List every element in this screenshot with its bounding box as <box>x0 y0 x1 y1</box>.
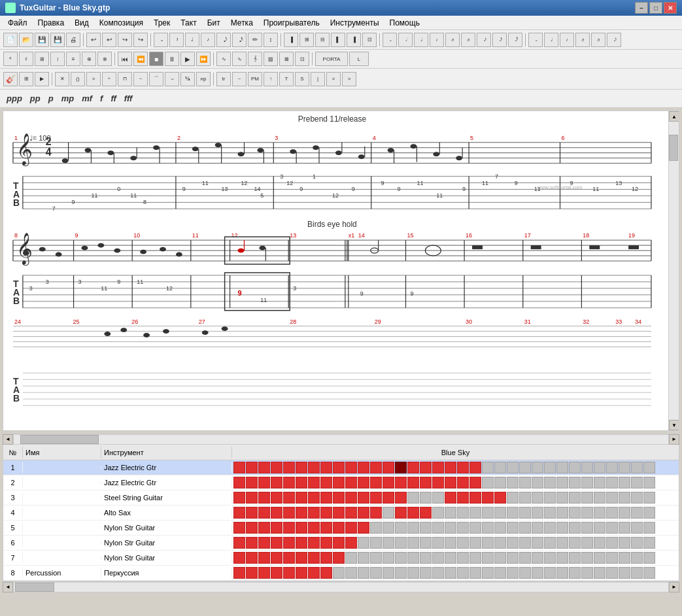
track-cell[interactable] <box>258 477 270 488</box>
track-cell[interactable] <box>333 462 345 473</box>
track-cell[interactable] <box>544 492 556 504</box>
track-cell[interactable] <box>432 552 444 564</box>
track-cell[interactable] <box>631 567 643 579</box>
bt7-button[interactable]: | <box>311 72 325 86</box>
track-cell[interactable] <box>544 537 556 549</box>
track-cell[interactable] <box>308 552 320 564</box>
track-cell[interactable] <box>643 507 655 519</box>
scroll-left-button[interactable]: ◄ <box>3 434 13 445</box>
track-cell[interactable] <box>296 552 307 564</box>
track-cell[interactable] <box>594 522 605 534</box>
pause-button[interactable]: ⏸ <box>165 52 179 66</box>
track-cell[interactable] <box>246 507 258 519</box>
track-cell[interactable] <box>333 492 345 504</box>
track-cell[interactable] <box>569 477 581 488</box>
track-cell[interactable] <box>383 477 394 488</box>
track-cell[interactable] <box>420 477 432 488</box>
track-cell[interactable] <box>420 462 432 473</box>
track-cell[interactable] <box>271 552 282 564</box>
track-cell[interactable] <box>494 537 506 549</box>
track-cell[interactable] <box>233 462 245 473</box>
track-cell[interactable] <box>556 462 568 473</box>
track-cell[interactable] <box>383 537 394 549</box>
track-cell[interactable] <box>320 567 332 579</box>
track-cell[interactable] <box>283 462 295 473</box>
track-cell[interactable] <box>581 522 593 534</box>
menu-file[interactable]: Файл <box>3 17 33 29</box>
track-cell[interactable] <box>544 567 556 579</box>
track-cell[interactable] <box>507 567 519 579</box>
track-cell[interactable] <box>643 522 655 534</box>
track-cell[interactable] <box>258 567 270 579</box>
ts6-button[interactable]: ⊕ <box>82 52 96 66</box>
track-cell[interactable] <box>482 522 494 534</box>
track-cell[interactable] <box>432 537 444 549</box>
track-cell[interactable] <box>420 522 432 534</box>
goto-start-button[interactable]: ⏮ <box>118 52 132 66</box>
track-cell[interactable] <box>581 537 593 549</box>
nt3-button[interactable]: > <box>86 72 101 86</box>
track-cell[interactable] <box>345 507 357 519</box>
track-cell[interactable] <box>482 552 494 564</box>
track-cell[interactable] <box>482 507 494 519</box>
track-cell[interactable] <box>643 462 655 473</box>
track-cell[interactable] <box>457 507 469 519</box>
eff4-button[interactable]: ▨ <box>264 52 278 66</box>
bt1-button[interactable]: tr <box>216 72 231 86</box>
track-cell[interactable] <box>246 477 258 488</box>
save-as-button[interactable]: 💾 <box>50 33 65 47</box>
prev-button[interactable]: ⏪ <box>133 52 148 66</box>
track-cell[interactable] <box>296 567 307 579</box>
track-cell[interactable] <box>383 522 394 534</box>
track-cell[interactable] <box>482 462 494 473</box>
track-cell[interactable] <box>507 552 519 564</box>
track-cell[interactable] <box>519 552 531 564</box>
nt4-button[interactable]: ^ <box>102 72 116 86</box>
menu-marker[interactable]: Метка <box>226 17 258 29</box>
track-cell[interactable] <box>469 492 481 504</box>
track-cell[interactable] <box>345 537 357 549</box>
track-cell[interactable] <box>432 522 444 534</box>
track-cell[interactable] <box>507 522 519 534</box>
track-cell[interactable] <box>581 552 593 564</box>
track-cell[interactable] <box>619 507 630 519</box>
track-cell[interactable] <box>395 537 407 549</box>
track-cell[interactable] <box>333 537 345 549</box>
track-cell[interactable] <box>345 522 357 534</box>
track-cell[interactable] <box>494 477 506 488</box>
track-scroll-thumb[interactable] <box>15 583 54 592</box>
nt10-button[interactable]: нр <box>196 72 211 86</box>
track-cell[interactable] <box>258 522 270 534</box>
track-cell[interactable] <box>233 537 245 549</box>
redo-button[interactable]: ↪ <box>118 33 132 47</box>
track-cell[interactable] <box>333 507 345 519</box>
table-row[interactable]: 8 Percussion Перкуссия <box>3 566 679 581</box>
track-cell[interactable] <box>445 522 456 534</box>
table-row[interactable]: 2 Jazz Electric Gtr <box>3 475 679 490</box>
track-cell[interactable] <box>507 492 519 504</box>
track-cell[interactable] <box>643 552 655 564</box>
track-cell[interactable] <box>283 492 295 504</box>
track-cell[interactable] <box>594 537 605 549</box>
track-cell[interactable] <box>457 522 469 534</box>
track-cell[interactable] <box>296 537 307 549</box>
track-cell[interactable] <box>643 567 655 579</box>
table-row[interactable]: 1 Jazz Electric Gtr <box>3 460 679 475</box>
track-scroll-left[interactable]: ◄ <box>3 582 13 592</box>
track-cell[interactable] <box>358 492 369 504</box>
track-cell[interactable] <box>544 462 556 473</box>
track-cell[interactable] <box>283 522 295 534</box>
track-cell[interactable] <box>258 462 270 473</box>
track-cell[interactable] <box>556 492 568 504</box>
ts4-button[interactable]: ↕ <box>50 52 65 66</box>
track-cell[interactable] <box>296 492 307 504</box>
play-mode-button[interactable]: ▶ <box>35 72 49 86</box>
dynamic-ff[interactable]: ff <box>109 94 117 103</box>
track-cell[interactable] <box>519 522 531 534</box>
track-cell[interactable] <box>469 522 481 534</box>
en3-button[interactable]: ♪ <box>560 33 574 47</box>
track-cell[interactable] <box>556 567 568 579</box>
track-cell[interactable] <box>246 462 258 473</box>
track-cell[interactable] <box>370 522 382 534</box>
table-row[interactable]: 5 Nylon Str Guitar <box>3 521 679 536</box>
